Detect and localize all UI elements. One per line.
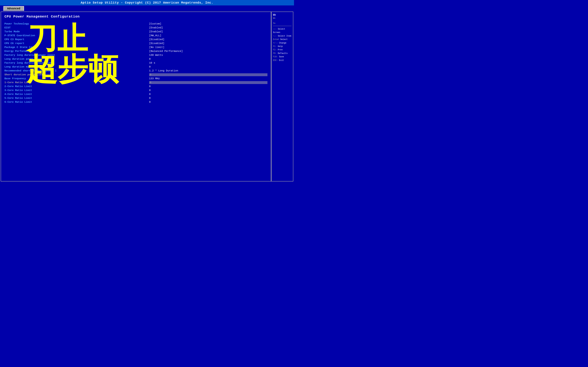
setting-label: 1-Core Ratio Limit: [4, 81, 149, 84]
setting-value: [HW_ALL]: [149, 34, 268, 37]
setting-row[interactable]: Base Frequency133 MHz: [4, 77, 268, 81]
setting-value: 0: [149, 97, 268, 100]
key-f2: F2: Prev: [273, 48, 292, 51]
right-panel-title: Sh: [273, 14, 292, 16]
main-area: CPU Power Management Configuration Power…: [0, 11, 294, 182]
right-panel: Sh Wa Ia →←: Select Screen ↑↓: Select It…: [271, 12, 293, 182]
setting-label: Recommended short duration power l: [4, 69, 149, 72]
setting-row[interactable]: Recommended short duration power l1.2 * …: [4, 69, 268, 73]
setting-label: 2-Core Ratio Limit: [4, 85, 149, 88]
setting-label: 4-Core Ratio Limit: [4, 93, 149, 96]
setting-label: Package C State limit: [4, 46, 149, 49]
setting-value: 0: [149, 66, 268, 68]
setting-value: [Disabled]: [149, 42, 268, 45]
key-change: +/-: Change: [273, 41, 292, 45]
setting-label: Turbo Mode: [4, 30, 149, 33]
key-f9: F9: Defaults: [273, 52, 292, 55]
setting-row[interactable]: Short duration power limit0: [4, 73, 268, 77]
setting-label: CPU C6 report: [4, 42, 149, 45]
setting-value: 0: [149, 58, 268, 60]
setting-label: 6-Core Ratio Limit: [4, 101, 149, 104]
setting-label: 5-Core Ratio Limit: [4, 97, 149, 100]
setting-label: Long duration maintained: [4, 66, 149, 68]
right-panel-subtitle: Wa: [273, 17, 292, 19]
setting-label: EIST: [4, 26, 149, 29]
key-f1: F1: Help: [273, 45, 292, 48]
key-enter: Enter Select: [273, 38, 292, 41]
setting-row[interactable]: Long duration power limit0: [4, 57, 268, 61]
setting-value: 0: [149, 93, 268, 96]
setting-value: 0: [149, 73, 268, 76]
key-esc: ESC: Exit: [273, 59, 292, 62]
setting-row[interactable]: EIST[Enabled]: [4, 26, 268, 30]
setting-value: 0: [149, 89, 268, 92]
setting-label: P-STATE Coordination: [4, 34, 149, 37]
setting-row[interactable]: CPU C6 report[Disabled]: [4, 42, 268, 45]
setting-label: Energy Performance: [4, 50, 149, 53]
setting-row[interactable]: 6-Core Ratio Limit0: [4, 100, 268, 104]
right-panel-help-partial: Ia: [273, 22, 292, 25]
setting-label: CPU C3 Report: [4, 38, 149, 41]
setting-row[interactable]: Power Technology[Custom]: [4, 22, 268, 26]
setting-value: [No limit]: [149, 46, 268, 49]
setting-row[interactable]: P-STATE Coordination[HW_ALL]: [4, 34, 268, 38]
setting-label: Long duration power limit: [4, 58, 149, 60]
setting-row[interactable]: Package C State limit[No limit]: [4, 45, 268, 49]
setting-row[interactable]: 3-Core Ratio Limit0: [4, 88, 268, 92]
setting-row[interactable]: Factory long duration maintained10 s: [4, 61, 268, 65]
setting-row[interactable]: 5-Core Ratio Limit0: [4, 96, 268, 100]
setting-value: [Enabled]: [149, 30, 268, 33]
setting-value: [Custom]: [149, 22, 268, 25]
setting-row[interactable]: Energy Performance[Balanced Performance]: [4, 49, 268, 53]
page-title: CPU Power Management Configuration: [4, 15, 268, 18]
setting-label: Base Frequency: [4, 77, 149, 80]
setting-label: 3-Core Ratio Limit: [4, 89, 149, 92]
setting-value: 133 MHz: [149, 77, 268, 80]
setting-row[interactable]: Factory long duration power limit130 Wat…: [4, 53, 268, 57]
setting-value: [Balanced Performance]: [149, 50, 268, 53]
key-navigate: →←: Select Screen: [273, 27, 292, 34]
setting-row[interactable]: CPU C3 Report[Disabled]: [4, 38, 268, 42]
setting-value: 0: [149, 85, 268, 88]
title-bar: Aptio Setup Utility - Copyright (C) 2017…: [0, 0, 294, 5]
setting-label: Power Technology: [4, 22, 149, 25]
setting-value: [Enabled]: [149, 26, 268, 29]
key-f10: F10: Save: [273, 55, 292, 58]
key-select-item: ↑↓: Select Item: [273, 34, 292, 38]
setting-value: 130 Watts: [149, 54, 268, 57]
setting-row[interactable]: Turbo Mode[Enabled]: [4, 30, 268, 34]
setting-row[interactable]: 1-Core Ratio Limit0: [4, 81, 268, 84]
setting-value: 1.2 * Long Duration: [149, 69, 268, 72]
settings-table: Power Technology[Custom]EIST[Enabled]Tur…: [4, 22, 268, 104]
setting-value: 0: [149, 81, 268, 84]
setting-row[interactable]: Long duration maintained0: [4, 65, 268, 69]
content-panel: CPU Power Management Configuration Power…: [1, 12, 271, 182]
setting-label: Short duration power limit: [4, 73, 149, 76]
setting-label: Factory long duration maintained: [4, 62, 149, 65]
setting-label: Factory long duration power limit: [4, 54, 149, 57]
setting-row[interactable]: 4-Core Ratio Limit0: [4, 92, 268, 96]
tab-row: Advanced: [0, 5, 294, 11]
key-help: →←: Select Screen ↑↓: Select Item Enter …: [273, 27, 292, 62]
right-panel-divider: [273, 26, 292, 26]
setting-value: 10 s: [149, 62, 268, 65]
setting-value: [Disabled]: [149, 38, 268, 41]
setting-value: 0: [149, 101, 268, 104]
tab-advanced[interactable]: Advanced: [3, 6, 24, 11]
setting-row[interactable]: 2-Core Ratio Limit0: [4, 84, 268, 88]
